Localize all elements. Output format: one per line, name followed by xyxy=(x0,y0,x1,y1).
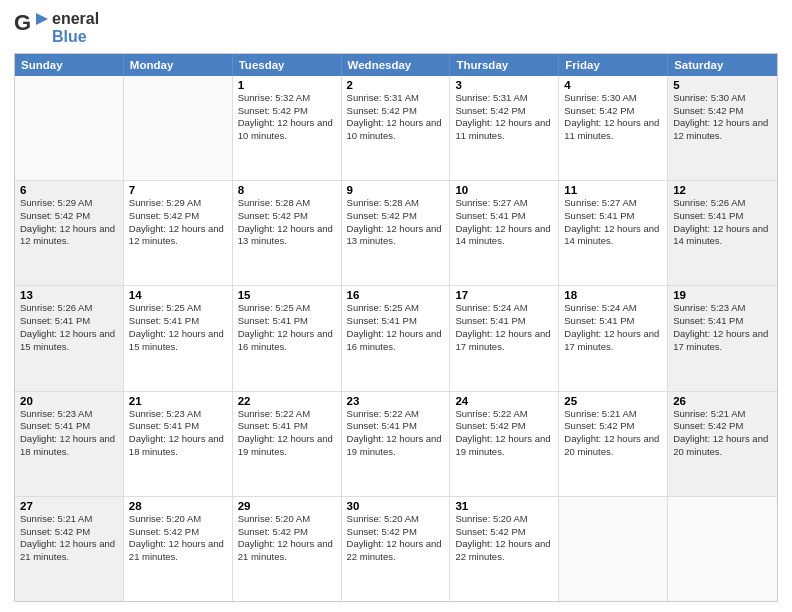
day-info: Sunrise: 5:21 AM Sunset: 5:42 PM Dayligh… xyxy=(673,408,772,459)
day-number: 14 xyxy=(129,289,227,301)
calendar-cell: 30Sunrise: 5:20 AM Sunset: 5:42 PM Dayli… xyxy=(342,497,451,601)
day-info: Sunrise: 5:26 AM Sunset: 5:41 PM Dayligh… xyxy=(673,197,772,248)
day-number: 11 xyxy=(564,184,662,196)
day-info: Sunrise: 5:28 AM Sunset: 5:42 PM Dayligh… xyxy=(238,197,336,248)
calendar-cell: 12Sunrise: 5:26 AM Sunset: 5:41 PM Dayli… xyxy=(668,181,777,285)
calendar-header: SundayMondayTuesdayWednesdayThursdayFrid… xyxy=(15,54,777,76)
calendar-cell: 2Sunrise: 5:31 AM Sunset: 5:42 PM Daylig… xyxy=(342,76,451,180)
calendar-cell xyxy=(559,497,668,601)
day-number: 22 xyxy=(238,395,336,407)
logo-blue-text: Blue xyxy=(52,28,99,46)
day-info: Sunrise: 5:27 AM Sunset: 5:41 PM Dayligh… xyxy=(455,197,553,248)
calendar-cell: 9Sunrise: 5:28 AM Sunset: 5:42 PM Daylig… xyxy=(342,181,451,285)
calendar-cell: 27Sunrise: 5:21 AM Sunset: 5:42 PM Dayli… xyxy=(15,497,124,601)
calendar-cell: 24Sunrise: 5:22 AM Sunset: 5:42 PM Dayli… xyxy=(450,392,559,496)
day-info: Sunrise: 5:22 AM Sunset: 5:41 PM Dayligh… xyxy=(347,408,445,459)
day-of-week-header: Monday xyxy=(124,54,233,76)
svg-text:G: G xyxy=(14,10,31,35)
calendar-week-row: 20Sunrise: 5:23 AM Sunset: 5:41 PM Dayli… xyxy=(15,391,777,496)
calendar-week-row: 1Sunrise: 5:32 AM Sunset: 5:42 PM Daylig… xyxy=(15,76,777,180)
day-info: Sunrise: 5:23 AM Sunset: 5:41 PM Dayligh… xyxy=(129,408,227,459)
day-info: Sunrise: 5:20 AM Sunset: 5:42 PM Dayligh… xyxy=(455,513,553,564)
day-number: 23 xyxy=(347,395,445,407)
calendar-cell: 28Sunrise: 5:20 AM Sunset: 5:42 PM Dayli… xyxy=(124,497,233,601)
day-info: Sunrise: 5:29 AM Sunset: 5:42 PM Dayligh… xyxy=(129,197,227,248)
calendar-cell: 31Sunrise: 5:20 AM Sunset: 5:42 PM Dayli… xyxy=(450,497,559,601)
day-info: Sunrise: 5:31 AM Sunset: 5:42 PM Dayligh… xyxy=(455,92,553,143)
calendar-cell: 22Sunrise: 5:22 AM Sunset: 5:41 PM Dayli… xyxy=(233,392,342,496)
day-info: Sunrise: 5:26 AM Sunset: 5:41 PM Dayligh… xyxy=(20,302,118,353)
day-info: Sunrise: 5:23 AM Sunset: 5:41 PM Dayligh… xyxy=(673,302,772,353)
day-number: 6 xyxy=(20,184,118,196)
calendar-body: 1Sunrise: 5:32 AM Sunset: 5:42 PM Daylig… xyxy=(15,76,777,601)
calendar-week-row: 6Sunrise: 5:29 AM Sunset: 5:42 PM Daylig… xyxy=(15,180,777,285)
day-of-week-header: Sunday xyxy=(15,54,124,76)
logo-svg: G xyxy=(14,10,50,46)
day-number: 2 xyxy=(347,79,445,91)
day-info: Sunrise: 5:20 AM Sunset: 5:42 PM Dayligh… xyxy=(238,513,336,564)
day-number: 8 xyxy=(238,184,336,196)
day-of-week-header: Saturday xyxy=(668,54,777,76)
calendar-cell: 25Sunrise: 5:21 AM Sunset: 5:42 PM Dayli… xyxy=(559,392,668,496)
day-number: 19 xyxy=(673,289,772,301)
calendar-cell: 26Sunrise: 5:21 AM Sunset: 5:42 PM Dayli… xyxy=(668,392,777,496)
calendar-cell: 19Sunrise: 5:23 AM Sunset: 5:41 PM Dayli… xyxy=(668,286,777,390)
day-number: 27 xyxy=(20,500,118,512)
day-info: Sunrise: 5:20 AM Sunset: 5:42 PM Dayligh… xyxy=(347,513,445,564)
day-number: 4 xyxy=(564,79,662,91)
calendar: SundayMondayTuesdayWednesdayThursdayFrid… xyxy=(14,53,778,602)
day-info: Sunrise: 5:21 AM Sunset: 5:42 PM Dayligh… xyxy=(564,408,662,459)
day-info: Sunrise: 5:24 AM Sunset: 5:41 PM Dayligh… xyxy=(564,302,662,353)
calendar-cell: 7Sunrise: 5:29 AM Sunset: 5:42 PM Daylig… xyxy=(124,181,233,285)
calendar-cell: 23Sunrise: 5:22 AM Sunset: 5:41 PM Dayli… xyxy=(342,392,451,496)
day-number: 29 xyxy=(238,500,336,512)
calendar-cell: 18Sunrise: 5:24 AM Sunset: 5:41 PM Dayli… xyxy=(559,286,668,390)
calendar-week-row: 13Sunrise: 5:26 AM Sunset: 5:41 PM Dayli… xyxy=(15,285,777,390)
day-number: 15 xyxy=(238,289,336,301)
calendar-cell: 13Sunrise: 5:26 AM Sunset: 5:41 PM Dayli… xyxy=(15,286,124,390)
day-number: 31 xyxy=(455,500,553,512)
day-number: 16 xyxy=(347,289,445,301)
logo: G eneral Blue xyxy=(14,10,99,47)
day-of-week-header: Wednesday xyxy=(342,54,451,76)
day-number: 7 xyxy=(129,184,227,196)
calendar-cell: 14Sunrise: 5:25 AM Sunset: 5:41 PM Dayli… xyxy=(124,286,233,390)
day-of-week-header: Tuesday xyxy=(233,54,342,76)
day-info: Sunrise: 5:30 AM Sunset: 5:42 PM Dayligh… xyxy=(673,92,772,143)
day-info: Sunrise: 5:25 AM Sunset: 5:41 PM Dayligh… xyxy=(238,302,336,353)
day-of-week-header: Thursday xyxy=(450,54,559,76)
day-info: Sunrise: 5:23 AM Sunset: 5:41 PM Dayligh… xyxy=(20,408,118,459)
day-info: Sunrise: 5:22 AM Sunset: 5:42 PM Dayligh… xyxy=(455,408,553,459)
day-number: 10 xyxy=(455,184,553,196)
day-info: Sunrise: 5:32 AM Sunset: 5:42 PM Dayligh… xyxy=(238,92,336,143)
calendar-cell: 15Sunrise: 5:25 AM Sunset: 5:41 PM Dayli… xyxy=(233,286,342,390)
calendar-cell: 17Sunrise: 5:24 AM Sunset: 5:41 PM Dayli… xyxy=(450,286,559,390)
logo-general-text: eneral xyxy=(52,10,99,28)
day-number: 5 xyxy=(673,79,772,91)
day-number: 3 xyxy=(455,79,553,91)
calendar-cell: 1Sunrise: 5:32 AM Sunset: 5:42 PM Daylig… xyxy=(233,76,342,180)
calendar-cell: 3Sunrise: 5:31 AM Sunset: 5:42 PM Daylig… xyxy=(450,76,559,180)
day-info: Sunrise: 5:28 AM Sunset: 5:42 PM Dayligh… xyxy=(347,197,445,248)
calendar-cell: 16Sunrise: 5:25 AM Sunset: 5:41 PM Dayli… xyxy=(342,286,451,390)
calendar-cell: 10Sunrise: 5:27 AM Sunset: 5:41 PM Dayli… xyxy=(450,181,559,285)
calendar-cell xyxy=(668,497,777,601)
day-info: Sunrise: 5:25 AM Sunset: 5:41 PM Dayligh… xyxy=(347,302,445,353)
calendar-cell: 21Sunrise: 5:23 AM Sunset: 5:41 PM Dayli… xyxy=(124,392,233,496)
calendar-cell: 20Sunrise: 5:23 AM Sunset: 5:41 PM Dayli… xyxy=(15,392,124,496)
day-number: 30 xyxy=(347,500,445,512)
day-number: 12 xyxy=(673,184,772,196)
header: G eneral Blue xyxy=(14,10,778,47)
day-info: Sunrise: 5:30 AM Sunset: 5:42 PM Dayligh… xyxy=(564,92,662,143)
day-number: 20 xyxy=(20,395,118,407)
svg-marker-1 xyxy=(36,13,48,25)
calendar-cell: 5Sunrise: 5:30 AM Sunset: 5:42 PM Daylig… xyxy=(668,76,777,180)
calendar-cell: 8Sunrise: 5:28 AM Sunset: 5:42 PM Daylig… xyxy=(233,181,342,285)
day-number: 21 xyxy=(129,395,227,407)
day-number: 17 xyxy=(455,289,553,301)
day-number: 13 xyxy=(20,289,118,301)
calendar-cell: 4Sunrise: 5:30 AM Sunset: 5:42 PM Daylig… xyxy=(559,76,668,180)
day-info: Sunrise: 5:20 AM Sunset: 5:42 PM Dayligh… xyxy=(129,513,227,564)
day-of-week-header: Friday xyxy=(559,54,668,76)
calendar-cell: 6Sunrise: 5:29 AM Sunset: 5:42 PM Daylig… xyxy=(15,181,124,285)
